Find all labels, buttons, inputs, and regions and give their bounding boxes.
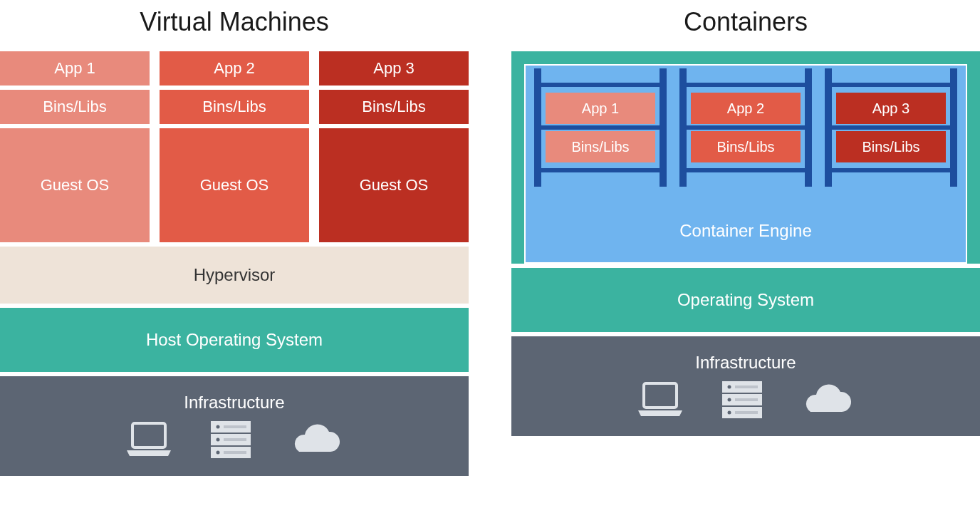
vm-app-1: App 1 (0, 51, 150, 86)
ct-app-3: App 3 (836, 93, 946, 124)
ct-panel: Containers App 1 Bins/Libs Ap (511, 7, 980, 521)
shelf-rail (825, 168, 957, 172)
vm-infra-label: Infrastructure (184, 393, 284, 413)
svg-rect-17 (735, 385, 758, 388)
vm-panel: Virtual Machines App 1 Bins/Libs Guest O… (0, 7, 469, 521)
svg-rect-9 (224, 451, 246, 454)
ct-libs-3: Bins/Libs (836, 131, 946, 162)
shelf-rail (679, 125, 812, 130)
vm-infra-icons (124, 420, 345, 460)
svg-point-6 (217, 451, 220, 455)
svg-rect-8 (224, 438, 246, 441)
shelf-rail (534, 125, 667, 130)
shelf-rail (825, 125, 957, 130)
ct-teal-pad: App 1 Bins/Libs App 2 Bins/Libs (511, 51, 980, 264)
svg-point-15 (728, 398, 731, 402)
vm-col-2: App 2 Bins/Libs Guest OS (160, 51, 309, 242)
server-icon (721, 380, 763, 420)
host-os-layer: Host Operating System (0, 308, 469, 372)
ct-shelves: App 1 Bins/Libs App 2 Bins/Libs (534, 77, 957, 178)
container-engine-label: Container Engine (534, 221, 957, 241)
vm-libs-2: Bins/Libs (160, 90, 309, 124)
vm-stack: App 1 Bins/Libs Guest OS App 2 Bins/Libs… (0, 51, 469, 521)
cloud-icon (288, 422, 345, 457)
hypervisor-layer: Hypervisor (0, 247, 469, 304)
vm-libs-1: Bins/Libs (0, 90, 150, 124)
vm-infrastructure-layer: Infrastructure (0, 376, 469, 476)
shelf-rail (679, 168, 812, 172)
vm-libs-3: Bins/Libs (319, 90, 469, 124)
svg-rect-0 (132, 423, 165, 447)
vm-guestos-1: Guest OS (0, 128, 150, 242)
svg-rect-10 (644, 383, 677, 408)
ct-stack: App 1 Bins/Libs App 2 Bins/Libs (511, 51, 980, 521)
vm-guestos-2: Guest OS (160, 128, 309, 242)
svg-rect-19 (735, 411, 758, 414)
svg-rect-18 (735, 398, 758, 401)
vm-col-3: App 3 Bins/Libs Guest OS (319, 51, 469, 242)
vm-columns: App 1 Bins/Libs Guest OS App 2 Bins/Libs… (0, 51, 469, 242)
cloud-icon (799, 382, 856, 418)
laptop-icon (635, 382, 685, 418)
server-icon (209, 420, 252, 460)
shelf-rail (825, 83, 957, 87)
ct-shelf-1: App 1 Bins/Libs (534, 77, 667, 178)
svg-point-5 (217, 438, 220, 442)
ct-libs-1: Bins/Libs (546, 131, 655, 162)
svg-rect-7 (224, 425, 246, 428)
vm-col-1: App 1 Bins/Libs Guest OS (0, 51, 150, 242)
svg-point-4 (217, 425, 220, 429)
vm-guestos-3: Guest OS (319, 128, 469, 242)
shelf-rail (534, 83, 667, 87)
ct-app-2: App 2 (691, 93, 801, 124)
ct-infra-icons (635, 380, 856, 420)
vm-app-2: App 2 (160, 51, 309, 86)
svg-point-16 (728, 411, 731, 415)
vm-app-3: App 3 (319, 51, 469, 86)
ct-os-layer: Operating System (511, 268, 980, 332)
ct-infra-label: Infrastructure (695, 353, 796, 373)
ct-infrastructure-layer: Infrastructure (511, 336, 980, 436)
shelf-rail (679, 83, 812, 87)
ct-libs-2: Bins/Libs (691, 131, 801, 162)
svg-point-14 (728, 385, 731, 389)
ct-title: Containers (511, 7, 980, 37)
laptop-icon (124, 422, 174, 457)
vm-title: Virtual Machines (0, 7, 469, 37)
container-engine-box: App 1 Bins/Libs App 2 Bins/Libs (524, 64, 967, 264)
ct-app-1: App 1 (546, 93, 655, 124)
ct-shelf-2: App 2 Bins/Libs (679, 77, 812, 178)
shelf-rail (534, 168, 667, 172)
ct-shelf-3: App 3 Bins/Libs (825, 77, 957, 178)
